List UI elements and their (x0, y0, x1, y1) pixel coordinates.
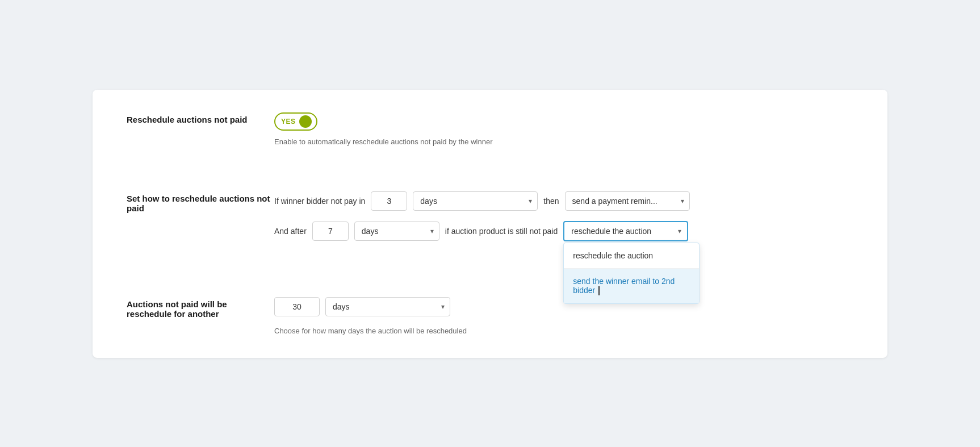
duration-unit-wrapper: days hours weeks ▾ (325, 297, 450, 316)
section-content-set-reschedule: If winner bidder not pay in days hours ▾… (274, 191, 853, 252)
row1-suffix: then (543, 197, 559, 206)
row2-action-selected: reschedule the auction (571, 227, 651, 236)
section-reschedule-toggle: Reschedule auctions not paid YES Enable … (127, 112, 853, 169)
settings-card: Reschedule auctions not paid YES Enable … (93, 90, 887, 358)
toggle-label: YES (281, 118, 296, 126)
row1-unit-wrapper: days hours ▾ (413, 191, 538, 211)
row2-action-dropdown[interactable]: reschedule the auction ▾ (563, 221, 688, 241)
row2-num-input[interactable] (312, 222, 349, 241)
row1-unit-select[interactable]: days hours (413, 191, 538, 211)
row1-action-select[interactable]: send a payment remin... reschedule the a… (565, 191, 690, 211)
row2-unit-wrapper: days hours ▾ (354, 222, 439, 241)
section-reschedule-duration: Auctions not paid will be reschedule for… (127, 297, 853, 335)
control-row-2: And after days hours ▾ if auction produc… (274, 221, 853, 241)
control-row-1: If winner bidder not pay in days hours ▾… (274, 191, 853, 211)
section-content-reschedule-toggle: YES Enable to automatically reschedule a… (274, 112, 853, 146)
duration-num-input[interactable] (274, 297, 320, 316)
toggle-knob (299, 115, 312, 128)
duration-unit-select[interactable]: days hours weeks (325, 297, 450, 316)
row2-action-chevron-icon: ▾ (678, 227, 681, 235)
dropdown-item-reschedule-label: reschedule the auction (573, 251, 653, 260)
toggle-pill[interactable]: YES (274, 112, 317, 131)
dropdown-item-reschedule[interactable]: reschedule the auction (564, 243, 699, 269)
section-set-reschedule: Set how to reschedule auctions not paid … (127, 191, 853, 274)
cursor-icon (598, 286, 600, 295)
row1-action-wrapper: send a payment remin... reschedule the a… (565, 191, 690, 211)
row2-unit-select[interactable]: days hours (354, 222, 439, 241)
toggle-helper-text: Enable to automatically reschedule aucti… (274, 137, 853, 146)
row2-action-dropdown-container: reschedule the auction ▾ reschedule the … (563, 221, 688, 241)
row1-prefix: If winner bidder not pay in (274, 197, 365, 206)
dropdown-item-send-winner-email-label: send the winner email to 2nd bidder (573, 277, 675, 295)
row1-num-input[interactable] (371, 191, 407, 211)
row2-prefix: And after (274, 227, 307, 236)
section-label-reschedule-toggle: Reschedule auctions not paid (127, 112, 274, 124)
row2-middle-text: if auction product is still not paid (445, 227, 558, 236)
dropdown-item-send-winner-email[interactable]: send the winner email to 2nd bidder (564, 269, 699, 303)
toggle-wrap: YES (274, 112, 853, 131)
section-label-set-reschedule: Set how to reschedule auctions not paid (127, 191, 274, 213)
row2-action-dropdown-menu: reschedule the auction send the winner e… (563, 243, 700, 304)
duration-helper-text: Choose for how many days the auction wil… (274, 327, 853, 335)
section-label-reschedule-duration: Auctions not paid will be reschedule for… (127, 297, 274, 319)
